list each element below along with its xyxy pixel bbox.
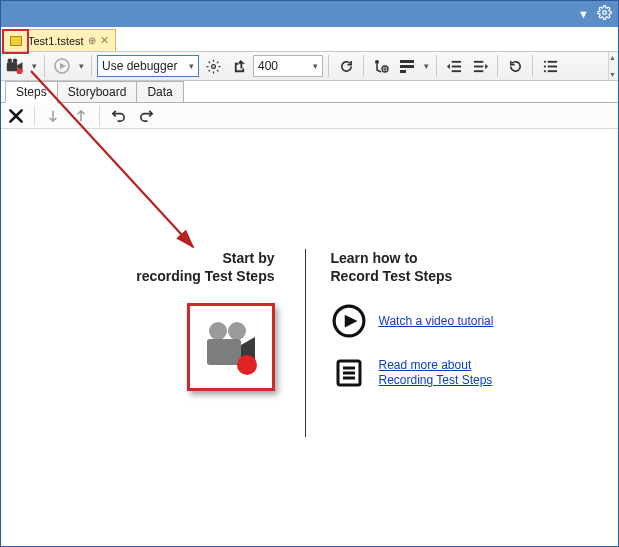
svg-rect-20 (543, 65, 545, 67)
svg-point-7 (375, 60, 379, 64)
toolbar-separator (363, 55, 364, 77)
document-tab[interactable]: Test1.tstest ⊕ ✕ (3, 29, 116, 51)
read-more-link[interactable]: Read more about Recording Test Steps (379, 358, 529, 389)
svg-point-26 (228, 322, 246, 340)
move-up-button[interactable] (69, 105, 93, 127)
toolbar-overflow[interactable]: ▲▼ (608, 52, 618, 80)
delay-value: 400 (258, 59, 278, 73)
svg-rect-1 (7, 62, 18, 71)
sub-separator (99, 106, 100, 126)
list-button[interactable] (538, 54, 562, 78)
play-button[interactable] (50, 54, 74, 78)
svg-rect-15 (473, 60, 482, 62)
svg-rect-12 (451, 60, 460, 62)
svg-point-3 (13, 59, 18, 64)
learn-video-row: Watch a video tutorial (331, 303, 530, 339)
svg-rect-16 (473, 65, 482, 67)
start-recording-hint: Start by recording Test Steps (90, 249, 275, 437)
refresh-button[interactable] (334, 54, 358, 78)
vars-button[interactable] (395, 54, 419, 78)
reload-button[interactable] (503, 54, 527, 78)
empty-state: Start by recording Test Steps Learn how … (2, 249, 617, 437)
tab-steps[interactable]: Steps (5, 81, 58, 103)
svg-rect-19 (547, 60, 556, 62)
hint-heading: Start by recording Test Steps (90, 249, 275, 285)
hint-line: Record Test Steps (331, 268, 453, 284)
hint-line: Learn how to (331, 250, 418, 266)
tab-label: Storyboard (68, 85, 127, 99)
svg-point-2 (8, 59, 13, 64)
svg-rect-9 (400, 60, 414, 63)
hint-heading: Learn how to Record Test Steps (331, 249, 530, 285)
undo-button[interactable] (106, 105, 130, 127)
tab-storyboard[interactable]: Storyboard (58, 81, 138, 102)
step-settings-button[interactable] (369, 54, 393, 78)
record-dropdown-caret-icon[interactable]: ▾ (29, 61, 39, 71)
delay-combo[interactable]: 400 ▾ (253, 55, 323, 77)
main-toolbar: ▾ ▾ Use debugger ▾ 400 ▾ ▾ ▲▼ (1, 51, 618, 81)
tab-label: Data (147, 85, 172, 99)
redo-button[interactable] (134, 105, 158, 127)
toolbar-separator (328, 55, 329, 77)
toolbar-separator (44, 55, 45, 77)
toolbar-separator (436, 55, 437, 77)
svg-rect-22 (543, 70, 545, 72)
toolbar-separator (91, 55, 92, 77)
hint-line: recording Test Steps (136, 268, 274, 284)
sub-separator (34, 106, 35, 126)
svg-rect-17 (473, 70, 482, 72)
toolbar-separator (532, 55, 533, 77)
tab-label: Steps (16, 85, 47, 99)
tab-data[interactable]: Data (137, 81, 183, 102)
steps-panel: Start by recording Test Steps Learn how … (2, 129, 617, 545)
vars-dropdown-caret-icon[interactable]: ▾ (421, 61, 431, 71)
svg-point-28 (237, 355, 257, 375)
svg-rect-11 (400, 70, 406, 73)
svg-rect-13 (451, 65, 460, 67)
settings-gear-icon[interactable] (597, 5, 612, 23)
debugger-combo-label: Use debugger (102, 59, 177, 73)
document-tab-strip: Test1.tstest ⊕ ✕ (1, 27, 618, 51)
debugger-combo[interactable]: Use debugger ▾ (97, 55, 199, 77)
svg-point-25 (209, 322, 227, 340)
move-down-button[interactable] (41, 105, 65, 127)
indent-button[interactable] (468, 54, 492, 78)
document-icon (10, 36, 22, 46)
svg-rect-21 (547, 65, 556, 67)
toolbar-separator (497, 55, 498, 77)
chevron-down-icon: ▾ (189, 61, 194, 71)
watch-video-link[interactable]: Watch a video tutorial (379, 314, 494, 330)
svg-rect-27 (207, 339, 241, 365)
learn-hint: Learn how to Record Test Steps Watch a v… (305, 249, 530, 437)
close-tab-icon[interactable]: ✕ (100, 34, 109, 47)
svg-point-4 (17, 68, 23, 74)
outdent-button[interactable] (442, 54, 466, 78)
pin-icon[interactable]: ⊕ (88, 35, 96, 46)
svg-point-0 (603, 11, 607, 15)
record-button[interactable] (3, 54, 27, 78)
play-circle-icon (331, 303, 367, 339)
book-icon (331, 355, 367, 391)
svg-rect-14 (451, 70, 460, 72)
learn-read-row: Read more about Recording Test Steps (331, 355, 530, 391)
content-tabstrip: Steps Storyboard Data (1, 81, 618, 103)
document-tab-title: Test1.tstest (28, 35, 84, 47)
svg-rect-18 (543, 60, 545, 62)
export-icon-button[interactable] (227, 54, 251, 78)
svg-point-6 (211, 64, 215, 68)
delete-step-button[interactable] (4, 105, 28, 127)
chevron-down-icon: ▾ (313, 61, 318, 71)
play-dropdown-caret-icon[interactable]: ▾ (76, 61, 86, 71)
record-big-button[interactable] (187, 303, 275, 391)
svg-rect-23 (547, 70, 556, 72)
window-titlebar: ▼ (1, 1, 618, 27)
settings-icon-button[interactable] (201, 54, 225, 78)
titlebar-caret-icon[interactable]: ▼ (578, 8, 589, 20)
svg-rect-10 (400, 65, 414, 68)
steps-sub-toolbar (1, 103, 618, 129)
hint-line: Start by (222, 250, 274, 266)
